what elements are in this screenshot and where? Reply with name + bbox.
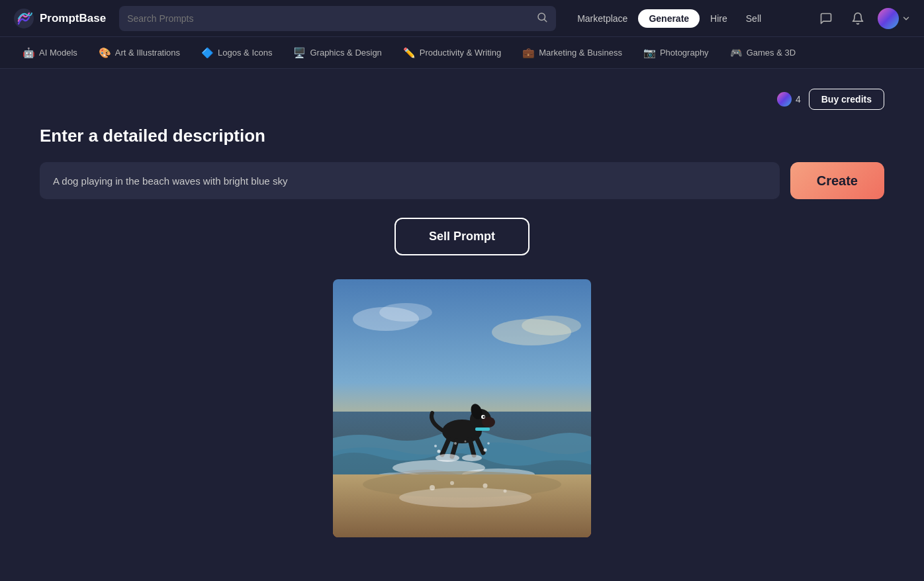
notifications-button[interactable]: [846, 7, 870, 30]
sell-prompt-row: Sell Prompt: [40, 218, 884, 255]
svg-point-28: [434, 445, 437, 447]
beach-dog-image: [333, 279, 591, 537]
svg-point-34: [430, 485, 435, 490]
generated-image: [333, 279, 591, 537]
sell-prompt-button[interactable]: Sell Prompt: [394, 218, 530, 255]
category-item-marketing-business[interactable]: 💼Marketing & Business: [513, 43, 631, 63]
avatar: [878, 8, 899, 29]
photography-label: Photography: [660, 48, 709, 58]
credits-row: 4 Buy credits: [40, 89, 884, 110]
svg-point-19: [483, 416, 485, 418]
category-item-graphics-design[interactable]: 🖥️Graphics & Design: [284, 43, 391, 63]
marketing-business-label: Marketing & Business: [539, 48, 622, 58]
search-bar: [119, 6, 556, 31]
credits-badge: 4: [777, 92, 801, 107]
svg-point-32: [465, 441, 467, 443]
ai-models-icon: 🤖: [23, 47, 35, 59]
buy-credits-button[interactable]: Buy credits: [809, 89, 884, 110]
search-icon-button[interactable]: [536, 11, 548, 26]
svg-point-36: [483, 484, 488, 488]
user-avatar-button[interactable]: [878, 8, 911, 29]
image-container: [40, 279, 884, 537]
svg-point-30: [487, 442, 490, 445]
svg-point-27: [438, 450, 441, 453]
category-item-photography[interactable]: 📷Photography: [634, 43, 718, 63]
category-item-art-illustrations[interactable]: 🎨Art & Illustrations: [89, 43, 189, 63]
header: PromptBase Marketplace Generate Hire Sel…: [0, 0, 924, 37]
nav-marketplace[interactable]: Marketplace: [569, 9, 635, 28]
messages-button[interactable]: [814, 7, 838, 30]
graphics-design-icon: 🖥️: [293, 47, 306, 59]
bell-icon: [851, 12, 864, 25]
search-icon: [536, 11, 548, 23]
main-content: 4 Buy credits Enter a detailed descripti…: [0, 69, 924, 557]
section-title: Enter a detailed description: [40, 126, 884, 146]
art-illustrations-label: Art & Illustrations: [115, 48, 180, 58]
productivity-writing-icon: ✏️: [403, 47, 416, 59]
logo-icon: [13, 8, 34, 29]
svg-point-31: [454, 442, 457, 445]
svg-point-5: [379, 303, 432, 322]
logo-text: PromptBase: [40, 12, 106, 25]
nav-sell[interactable]: Sell: [738, 9, 769, 28]
graphics-design-label: Graphics & Design: [310, 48, 381, 58]
category-item-productivity-writing[interactable]: ✏️Productivity & Writing: [394, 43, 510, 63]
svg-point-33: [399, 488, 531, 508]
ai-models-label: AI Models: [39, 48, 77, 58]
svg-point-7: [522, 316, 581, 335]
svg-point-37: [504, 490, 507, 493]
description-input[interactable]: [40, 162, 780, 199]
marketing-business-icon: 💼: [522, 47, 535, 59]
logos-icons-icon: 🔷: [201, 47, 214, 59]
credits-icon: [777, 92, 792, 107]
logo[interactable]: PromptBase: [13, 8, 106, 29]
svg-point-1: [538, 13, 545, 21]
messages-icon: [819, 12, 833, 25]
credits-count: 4: [796, 94, 801, 105]
svg-rect-20: [475, 427, 490, 431]
category-item-games-3d[interactable]: 🎮Games & 3D: [721, 43, 805, 63]
nav-hire[interactable]: Hire: [702, 9, 735, 28]
category-nav: 🤖AI Models🎨Art & Illustrations🔷Logos & I…: [0, 37, 924, 69]
chevron-down-icon: [901, 14, 911, 23]
search-input[interactable]: [127, 13, 536, 24]
svg-point-25: [436, 454, 459, 462]
create-button[interactable]: Create: [790, 162, 884, 199]
header-icons: [814, 7, 911, 30]
svg-point-29: [484, 449, 487, 452]
svg-point-0: [14, 9, 34, 28]
nav-generate[interactable]: Generate: [638, 9, 700, 28]
photography-icon: 📷: [643, 47, 656, 59]
productivity-writing-label: Productivity & Writing: [420, 48, 501, 58]
description-input-row: Create: [40, 162, 884, 199]
games-3d-icon: 🎮: [730, 47, 743, 59]
svg-line-2: [545, 19, 547, 21]
category-item-ai-models[interactable]: 🤖AI Models: [13, 43, 87, 63]
games-3d-label: Games & 3D: [747, 48, 796, 58]
logos-icons-label: Logos & Icons: [218, 48, 272, 58]
art-illustrations-icon: 🎨: [99, 47, 111, 59]
category-item-logos-icons[interactable]: 🔷Logos & Icons: [192, 43, 281, 63]
main-nav: Marketplace Generate Hire Sell: [569, 9, 769, 28]
svg-point-26: [462, 455, 482, 461]
svg-point-35: [450, 481, 454, 485]
